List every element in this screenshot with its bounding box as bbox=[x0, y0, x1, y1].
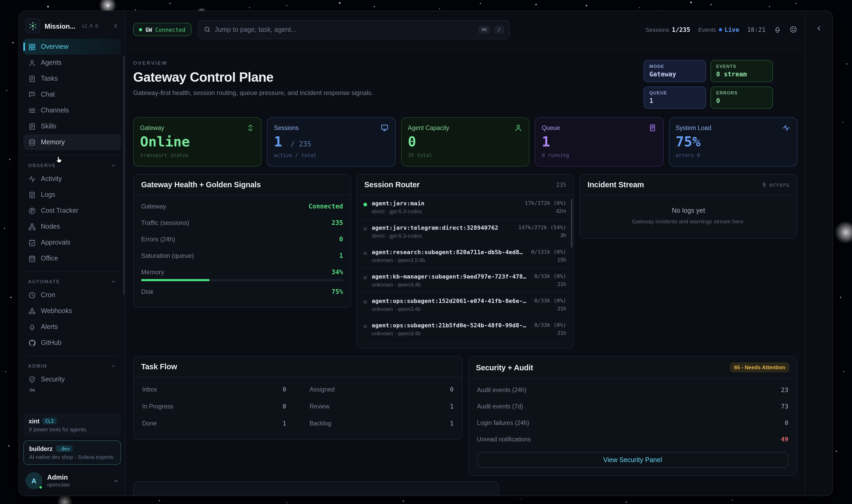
sidebar-section-admin[interactable]: ADMIN bbox=[23, 361, 121, 371]
sidebar-item-label: Skills bbox=[41, 123, 56, 130]
user-menu[interactable]: A Admin openclaw bbox=[23, 468, 121, 490]
panel-title: Security + Audit bbox=[476, 363, 533, 372]
sidebar-item-overview[interactable]: Overview bbox=[23, 39, 121, 55]
clipped-panel bbox=[133, 481, 499, 496]
sidebar-scrollbar[interactable] bbox=[123, 56, 125, 295]
sessions-counter: Sessions 1/235 bbox=[646, 26, 690, 33]
global-search[interactable]: ⌘K / bbox=[198, 20, 510, 39]
sidebar-item-office[interactable]: Office bbox=[23, 250, 121, 266]
sidebar-item-activity[interactable]: Activity bbox=[23, 171, 121, 187]
sidebar-collapse-button[interactable] bbox=[112, 23, 119, 29]
sidebar-item-cron[interactable]: Cron bbox=[23, 287, 121, 303]
calendar-icon bbox=[28, 254, 36, 262]
sidebar-section-observe[interactable]: OBSERVE bbox=[23, 160, 121, 171]
sidebar-item-alerts[interactable]: Alerts bbox=[23, 319, 121, 335]
notifications-bell-button[interactable] bbox=[774, 25, 781, 33]
sidebar-item-label: Nodes bbox=[41, 223, 60, 230]
memory-progress-bar bbox=[141, 279, 343, 281]
section-title: OBSERVE bbox=[28, 163, 56, 168]
sidebar-item-label: Webhooks bbox=[41, 307, 72, 314]
section-title: ADMIN bbox=[28, 363, 47, 369]
promo-card-xint[interactable]: xint CLI X power tools for agents. bbox=[23, 413, 121, 437]
pulse-icon bbox=[782, 124, 791, 132]
file-text-icon bbox=[28, 191, 36, 199]
count-badge: 235 bbox=[556, 181, 566, 188]
session-row[interactable]: agent:jarv:telegram:direct:328940762dire… bbox=[357, 219, 574, 244]
panel-task-flow: Task Flow Inbox0 In Progress0 Done1 Assi… bbox=[133, 356, 463, 440]
screen: Mission... v2.0.0 Overview Agents Tasks bbox=[0, 0, 852, 504]
stat-value: Online bbox=[140, 135, 255, 148]
sidebar-item-cost-tracker[interactable]: Cost Tracker bbox=[23, 203, 121, 219]
session-row[interactable]: agent:kb-manager:subagent:9aed797e-723f-… bbox=[357, 268, 574, 292]
page-title: Gateway Control Plane bbox=[133, 70, 373, 85]
session-row[interactable]: agent:research:subagent:820a711e-db5b-4e… bbox=[357, 244, 574, 268]
sidebar-item-skills[interactable]: Skills bbox=[23, 118, 121, 134]
sidebar-item-label: Channels bbox=[41, 107, 69, 114]
session-row[interactable]: agent:ops:subagent:21b5fd0e-524b-48f0-99… bbox=[357, 317, 574, 341]
sidebar-item-channels[interactable]: Channels bbox=[23, 102, 121, 118]
star-glow bbox=[834, 221, 852, 244]
stat-cards: Gateway Online transport status Sessions… bbox=[133, 117, 797, 167]
database-icon bbox=[28, 138, 36, 146]
sidebar-item-github[interactable]: GitHub bbox=[23, 335, 121, 351]
sidebar-item-label: Tasks bbox=[41, 75, 58, 82]
chevron-down-icon bbox=[111, 279, 116, 284]
sidebar-item-memory[interactable]: Memory bbox=[23, 134, 121, 150]
search-input[interactable] bbox=[215, 26, 474, 33]
collapse-right-panel-button[interactable] bbox=[815, 25, 822, 35]
live-label: Live bbox=[724, 26, 739, 33]
panel-title: Incident Stream bbox=[587, 180, 644, 189]
sidebar-item-chat[interactable]: Chat bbox=[23, 87, 121, 102]
sidebar-item-agents[interactable]: Agents bbox=[23, 55, 121, 71]
app-logo-icon bbox=[25, 19, 40, 33]
status-dot bbox=[139, 28, 142, 31]
clock: 18:21 bbox=[747, 26, 765, 33]
sidebar-item-webhooks[interactable]: Webhooks bbox=[23, 303, 121, 319]
promo-description: AI-native dev shop · Solana experts. bbox=[29, 454, 115, 460]
promo-card-builderz[interactable]: builderz .dev AI-native dev shop · Solan… bbox=[23, 440, 121, 465]
promo-badge: .dev bbox=[56, 445, 72, 452]
session-row[interactable]: agent:jarv:maindirect · gpt-5.3-codex 17… bbox=[357, 195, 574, 219]
session-idle-dot bbox=[363, 300, 367, 304]
app-version: v2.0.0 bbox=[82, 23, 98, 29]
shield-check-icon bbox=[28, 375, 36, 383]
session-row[interactable]: agent:ops:subagent:152d2061-e074-41fb-8e… bbox=[357, 292, 574, 317]
sidebar-item-nodes[interactable]: Nodes bbox=[23, 219, 121, 234]
divider bbox=[24, 155, 120, 156]
active-indicator bbox=[23, 42, 25, 51]
sidebar-item-logs[interactable]: Logs bbox=[23, 187, 121, 203]
events-live: Events Live bbox=[698, 26, 739, 33]
panel-title: Gateway Health + Golden Signals bbox=[141, 180, 261, 189]
users-icon bbox=[28, 387, 36, 394]
memory-progress-fill bbox=[141, 279, 210, 281]
kbd-cmd-k: ⌘K bbox=[478, 25, 490, 34]
sidebar-item-label: Alerts bbox=[41, 323, 58, 330]
calendar-check-icon bbox=[28, 238, 36, 247]
main-area: GW Connected ⌘K / Sessions 1/235 bbox=[126, 11, 805, 496]
sidebar-item-approvals[interactable]: Approvals bbox=[23, 234, 121, 250]
sidebar-section-automate[interactable]: AUTOMATE bbox=[23, 276, 121, 287]
session-router-scrollbar[interactable] bbox=[571, 199, 573, 248]
sidebar-item-tasks[interactable]: Tasks bbox=[23, 71, 121, 87]
chevron-down-icon bbox=[111, 363, 116, 369]
stat-value: 0 bbox=[408, 135, 523, 148]
search-icon bbox=[203, 26, 210, 33]
sidebar-item-label: Office bbox=[41, 255, 58, 262]
chat-icon bbox=[28, 90, 36, 98]
view-security-panel-button[interactable]: View Security Panel bbox=[477, 452, 788, 468]
live-dot bbox=[719, 28, 722, 31]
sidebar-item-label: Activity bbox=[41, 175, 62, 182]
feedback-smiley-button[interactable] bbox=[790, 25, 797, 33]
gateway-status-badge[interactable]: GW Connected bbox=[133, 23, 191, 36]
chevron-down-icon bbox=[111, 163, 116, 168]
promo-description: X power tools for agents. bbox=[29, 427, 116, 432]
panel-gateway-health: Gateway Health + Golden Signals GatewayC… bbox=[133, 174, 351, 307]
chip-mode: MODE Gateway bbox=[643, 60, 706, 82]
person-icon bbox=[514, 124, 523, 132]
file-text-icon bbox=[28, 74, 36, 83]
sidebar-item-partial[interactable] bbox=[23, 387, 121, 394]
stat-sub: 0 running bbox=[542, 152, 656, 158]
session-idle-dot bbox=[363, 251, 367, 255]
mode-chips: MODE Gateway EVENTS 0 stream QUEUE 1 E bbox=[643, 60, 773, 109]
sidebar-item-security[interactable]: Security bbox=[23, 371, 121, 387]
